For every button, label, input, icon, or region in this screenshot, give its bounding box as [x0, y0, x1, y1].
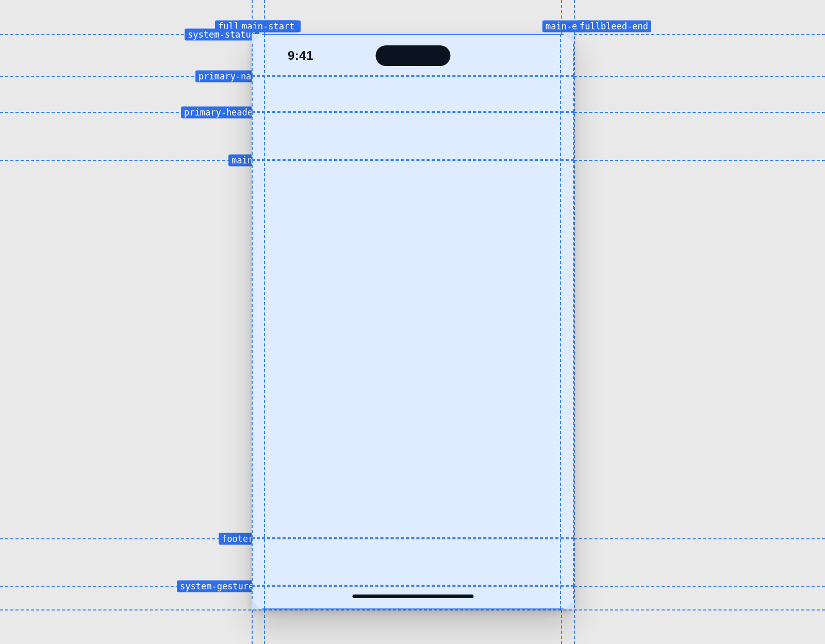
- label-system-status: system-status: [185, 29, 259, 41]
- region-main: [252, 160, 574, 538]
- frame-corner-bottom-left: [252, 600, 261, 609]
- label-primary-header: primary-header: [181, 107, 261, 119]
- label-primary-nav: primary-nav: [195, 71, 260, 82]
- region-primary-header: [252, 112, 574, 160]
- status-bar-time: 9:41: [288, 48, 314, 63]
- region-main-column: [264, 34, 561, 609]
- label-fullbleed-end: fullbleed-end: [576, 21, 651, 32]
- region-primary-nav: [252, 76, 574, 112]
- frame-corner-top-left: [252, 34, 261, 43]
- iphone-frame: 9:41: [252, 34, 574, 609]
- label-system-gestures: system-gestures: [177, 581, 262, 592]
- dynamic-island: [375, 45, 450, 66]
- guide-fullbleed-end: [574, 0, 575, 644]
- guide-bottom: [0, 609, 825, 610]
- label-footer: footer: [219, 533, 256, 545]
- frame-corner-bottom-right: [565, 600, 574, 609]
- home-indicator[interactable]: [352, 595, 473, 598]
- frame-corner-top-right: [565, 34, 574, 43]
- region-footer: [252, 538, 574, 586]
